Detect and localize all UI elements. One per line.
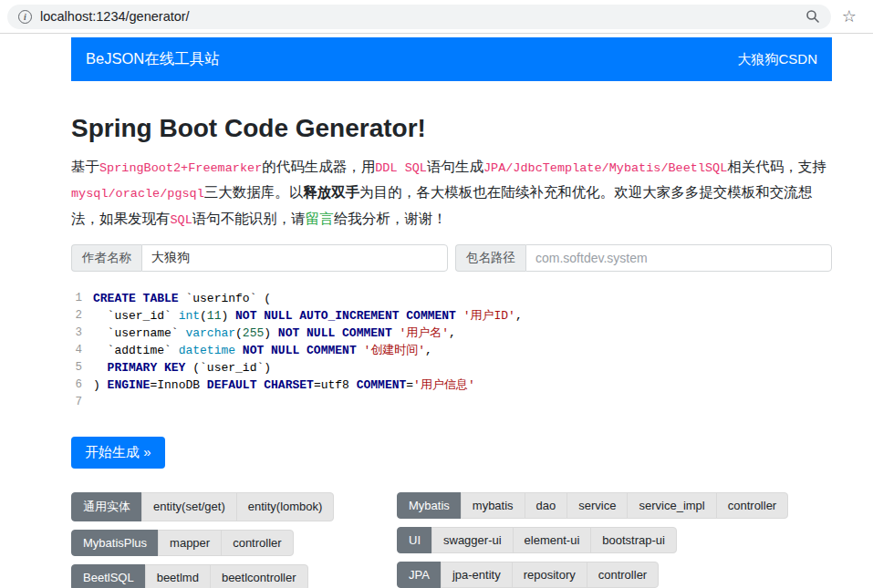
group-item-button[interactable]: controller <box>716 492 788 519</box>
line-number: 3 <box>71 325 93 342</box>
author-input[interactable] <box>141 244 448 272</box>
intro-code: DDL SQL <box>375 161 427 175</box>
template-button-group: BeetlSQLbeetlmdbeetlcontroller <box>71 564 308 588</box>
form-row: 作者名称 包名路径 <box>71 244 832 272</box>
intro-code: SQL <box>171 213 192 227</box>
url-text[interactable]: localhost:1234/generator/ <box>40 9 190 24</box>
search-icon[interactable] <box>805 9 820 24</box>
code-line-content: CREATE TABLE `userinfo` ( <box>93 290 271 307</box>
template-groups-left-column: 通用实体entity(set/get)entity(lombok)Mybatis… <box>71 492 397 588</box>
intro-code: mysql/oracle/pgsql <box>71 187 204 201</box>
group-item-button[interactable]: beetlmd <box>145 564 211 588</box>
intro-paragraph: 基于SpringBoot2+Freemarker的代码生成器，用DDL SQL语… <box>71 154 832 232</box>
template-button-group: 通用实体entity(set/get)entity(lombok) <box>71 492 334 521</box>
group-item-button[interactable]: controller <box>587 562 659 588</box>
group-item-button[interactable]: mapper <box>158 530 222 556</box>
generate-button[interactable]: 开始生成 » <box>71 437 165 469</box>
group-item-button[interactable]: service_impl <box>627 492 716 519</box>
author-input-group: 作者名称 <box>71 244 448 272</box>
bookmark-star-icon[interactable]: ☆ <box>842 8 857 25</box>
author-label: 作者名称 <box>71 244 141 272</box>
code-line-content: PRIMARY KEY (`user_id`) <box>93 359 271 377</box>
group-item-button[interactable]: controller <box>221 530 293 556</box>
intro-code: JPA/JdbcTemplate/Mybatis/BeetlSQL <box>483 161 727 175</box>
template-button-group: JPAjpa-entityrepositorycontroller <box>397 562 659 588</box>
navbar-brand-link[interactable]: BeJSON在线工具站 <box>86 49 220 69</box>
intro-text: 语句不能识别，请 <box>192 211 306 226</box>
line-number: 2 <box>71 307 93 325</box>
group-head-button[interactable]: UI <box>397 527 432 553</box>
group-item-button[interactable]: jpa-entity <box>441 562 513 588</box>
intro-code: SpringBoot2+Freemarker <box>99 161 262 175</box>
code-line: 2 `user_id` int(11) NOT NULL AUTO_INCREM… <box>71 307 832 325</box>
intro-text: 语句生成 <box>427 159 483 174</box>
address-bar[interactable]: i localhost:1234/generator/ <box>7 5 831 29</box>
page-container: BeJSON在线工具站 大狼狗CSDN Spring Boot Code Gen… <box>71 37 832 588</box>
code-line-content: `addtime` datetime NOT NULL COMMENT '创建时… <box>93 342 432 359</box>
group-item-button[interactable]: element-ui <box>513 527 592 553</box>
line-number: 7 <box>71 394 93 411</box>
intro-bold: 释放双手 <box>303 184 359 200</box>
page-title: Spring Boot Code Generator! <box>71 114 832 143</box>
template-button-group: Mybatismybatisdaoserviceservice_implcont… <box>397 492 788 519</box>
template-button-group: UIswagger-uielement-uibootstrap-ui <box>397 527 677 553</box>
line-number: 6 <box>71 377 93 394</box>
code-line: 3 `username` varchar(255) NOT NULL COMME… <box>71 325 832 342</box>
line-number: 4 <box>71 342 93 359</box>
group-head-button[interactable]: MybatisPlus <box>71 530 159 556</box>
package-input[interactable] <box>525 244 832 272</box>
code-line: 7 <box>71 394 832 411</box>
code-line-content: `username` varchar(255) NOT NULL COMMENT… <box>93 325 456 342</box>
group-item-button[interactable]: repository <box>512 562 587 588</box>
group-item-button[interactable]: mybatis <box>461 492 525 519</box>
group-item-button[interactable]: swagger-ui <box>431 527 514 553</box>
group-item-button[interactable]: service <box>566 492 628 519</box>
group-head-button[interactable]: JPA <box>397 562 442 588</box>
package-label: 包名路径 <box>455 244 525 272</box>
line-number: 1 <box>71 290 93 307</box>
line-number: 5 <box>71 359 93 377</box>
package-input-group: 包名路径 <box>455 244 832 272</box>
group-head-button[interactable]: BeetlSQL <box>71 564 146 588</box>
intro-text: 相关代码，支持 <box>727 159 826 174</box>
code-line: 4 `addtime` datetime NOT NULL COMMENT '创… <box>71 342 832 359</box>
group-item-button[interactable]: bootstrap-ui <box>590 527 677 553</box>
code-line-content: `user_id` int(11) NOT NULL AUTO_INCREMEN… <box>93 307 523 325</box>
group-item-button[interactable]: dao <box>525 492 568 519</box>
intro-message-link[interactable]: 留言 <box>306 211 334 226</box>
group-item-button[interactable]: entity(set/get) <box>141 492 237 521</box>
template-groups: 通用实体entity(set/get)entity(lombok)Mybatis… <box>71 492 832 588</box>
code-line: 1CREATE TABLE `userinfo` ( <box>71 290 832 307</box>
intro-text: 给我分析，谢谢！ <box>334 211 447 226</box>
group-head-button[interactable]: Mybatis <box>397 492 462 519</box>
intro-text: 的代码生成器，用 <box>262 159 375 174</box>
browser-chrome: i localhost:1234/generator/ ☆ <box>0 0 873 34</box>
template-button-group: MybatisPlusmappercontroller <box>71 530 294 556</box>
intro-text: 基于 <box>71 159 99 174</box>
group-item-button[interactable]: beetlcontroller <box>210 564 308 588</box>
group-item-button[interactable]: entity(lombok) <box>236 492 335 521</box>
template-groups-right-column: Mybatismybatisdaoserviceservice_implcont… <box>397 492 832 588</box>
navbar: BeJSON在线工具站 大狼狗CSDN <box>71 37 832 81</box>
navbar-csdn-link[interactable]: 大狼狗CSDN <box>737 51 817 68</box>
code-line: 6) ENGINE=InnoDB DEFAULT CHARSET=utf8 CO… <box>71 377 832 394</box>
sql-editor[interactable]: 1CREATE TABLE `userinfo` (2 `user_id` in… <box>71 286 832 420</box>
code-line: 5 PRIMARY KEY (`user_id`) <box>71 359 832 377</box>
intro-text: 三大数据库。以 <box>204 184 304 200</box>
group-head-button[interactable]: 通用实体 <box>71 492 142 521</box>
info-icon[interactable]: i <box>18 10 32 24</box>
code-line-content: ) ENGINE=InnoDB DEFAULT CHARSET=utf8 COM… <box>93 377 475 394</box>
